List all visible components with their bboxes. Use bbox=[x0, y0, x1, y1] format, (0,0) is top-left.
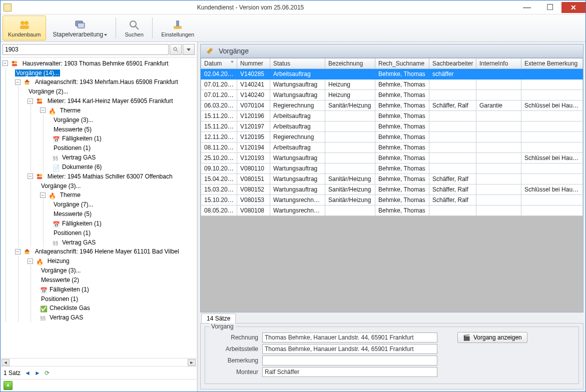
table-row[interactable]: 07.01.2015V140240WartungsauftragHeizungB… bbox=[201, 90, 583, 100]
tree-item[interactable]: Vertrag GAS bbox=[49, 314, 84, 321]
cell-intern[interactable] bbox=[476, 69, 521, 80]
tree-toggle[interactable]: − bbox=[15, 80, 21, 85]
customer-tree[interactable]: − Hausverwalter: 1903 Thomas Behmke 6590… bbox=[1, 57, 197, 358]
cell-intern[interactable] bbox=[476, 164, 521, 174]
cell-rech[interactable]: Behmke, Thomas bbox=[375, 100, 429, 111]
cell-nummer[interactable]: V120196 bbox=[237, 111, 270, 122]
cell-nummer[interactable]: V140285 bbox=[237, 69, 270, 80]
tree-mieter-1[interactable]: Mieter: 1944 Karl-Heinz Mayer 65905 Fran… bbox=[47, 98, 174, 104]
cell-bez[interactable]: Heizung bbox=[325, 80, 375, 90]
close-button[interactable]: ✕ bbox=[561, 2, 585, 13]
cell-intern[interactable] bbox=[476, 90, 521, 100]
cell-datum[interactable]: 25.10.2012 bbox=[201, 153, 237, 164]
cell-datum[interactable]: 07.01.2015 bbox=[201, 80, 237, 90]
toolbar-suchen[interactable]: Suchen bbox=[119, 16, 149, 40]
minimize-button[interactable]: — bbox=[515, 2, 538, 13]
cell-bez[interactable]: Sanitär/Heizung bbox=[325, 174, 375, 184]
cell-bez[interactable] bbox=[325, 153, 375, 164]
cell-intern[interactable] bbox=[476, 184, 521, 195]
table-row[interactable]: 09.10.2012V080110WartungsauftragBehmke, … bbox=[201, 164, 583, 174]
cell-ext[interactable] bbox=[521, 142, 583, 153]
cell-sach[interactable]: Schäffer, Ralf bbox=[429, 184, 476, 195]
cell-ext[interactable]: Schlüssel bei Hausmeister abholen bbox=[521, 184, 583, 195]
cell-datum[interactable]: 08.05.2008 bbox=[201, 206, 237, 216]
cell-sach[interactable]: schäffer bbox=[429, 69, 476, 80]
cell-bez[interactable]: Sanitär/Heizung bbox=[325, 195, 375, 206]
cell-bez[interactable] bbox=[325, 206, 375, 216]
cell-sach[interactable] bbox=[429, 164, 476, 174]
input-bemerkung[interactable] bbox=[262, 356, 437, 366]
scroll-left-icon[interactable]: ◄ bbox=[2, 359, 10, 366]
cell-rech[interactable]: Behmke, Thomas bbox=[375, 90, 429, 100]
tree-item[interactable]: Positionen (1) bbox=[53, 144, 92, 152]
tree-toggle[interactable]: − bbox=[15, 249, 21, 254]
cell-intern[interactable] bbox=[476, 174, 521, 184]
cell-nummer[interactable]: V140240 bbox=[237, 90, 270, 100]
cell-status[interactable]: Arbeitsauftrag bbox=[270, 122, 325, 132]
show-vorgang-button[interactable]: 🎬 Vorgang anzeigen bbox=[457, 332, 527, 343]
cell-bez[interactable] bbox=[325, 142, 375, 153]
cell-rech[interactable]: Behmke, Thomas bbox=[375, 122, 429, 132]
nav-prev[interactable]: ◄ bbox=[25, 370, 31, 376]
cell-rech[interactable]: Behmke, Thomas bbox=[375, 174, 429, 184]
cell-bez[interactable] bbox=[325, 164, 375, 174]
cell-intern[interactable] bbox=[476, 195, 521, 206]
cell-datum[interactable]: 08.11.2012 bbox=[201, 142, 237, 153]
cell-status[interactable]: Wartungsrechnung bbox=[270, 206, 325, 216]
col-datum[interactable]: Datum bbox=[201, 58, 237, 69]
col-sach[interactable]: Sachbearbeiter bbox=[429, 58, 476, 69]
toolbar-stapel[interactable]: Stapelverarbeitung bbox=[47, 16, 113, 40]
cell-intern[interactable]: Garantie bbox=[476, 100, 521, 111]
toolbar-kundenbaum[interactable]: Kundenbaum bbox=[3, 16, 46, 40]
cell-ext[interactable] bbox=[521, 195, 583, 206]
tree-toggle[interactable]: − bbox=[40, 108, 46, 113]
cell-datum[interactable]: 15.10.2009 bbox=[201, 195, 237, 206]
tree-item[interactable]: Fälligkeiten (1) bbox=[61, 135, 103, 142]
table-row[interactable]: 12.11.2012V120195RegierechnungBehmke, Th… bbox=[201, 132, 583, 142]
cell-datum[interactable]: 15.11.2012 bbox=[201, 111, 237, 122]
col-nummer[interactable]: Nummer bbox=[237, 58, 270, 69]
col-status[interactable]: Status bbox=[270, 58, 325, 69]
cell-status[interactable]: Wartungsauftrag bbox=[270, 80, 325, 90]
cell-nummer[interactable]: V120193 bbox=[237, 153, 270, 164]
table-row[interactable]: 15.03.2012V080152WartungsauftragSanitär/… bbox=[201, 184, 583, 195]
input-monteur[interactable] bbox=[262, 367, 437, 377]
data-grid[interactable]: Datum Nummer Status Bezeichnung Rech_Suc… bbox=[200, 58, 583, 312]
cell-intern[interactable] bbox=[476, 142, 521, 153]
scroll-right-icon[interactable]: ► bbox=[188, 359, 196, 366]
search-input[interactable] bbox=[3, 44, 169, 55]
cell-sach[interactable] bbox=[429, 111, 476, 122]
input-arbeitsstelle[interactable] bbox=[262, 344, 437, 354]
col-intern[interactable]: InterneInfo bbox=[476, 58, 521, 69]
search-dropdown[interactable] bbox=[183, 44, 195, 55]
cell-bez[interactable] bbox=[325, 122, 375, 132]
cell-intern[interactable] bbox=[476, 153, 521, 164]
add-button[interactable]: + bbox=[4, 381, 13, 390]
cell-intern[interactable] bbox=[476, 122, 521, 132]
cell-ext[interactable] bbox=[521, 174, 583, 184]
col-ext[interactable]: Externe Bemerkung bbox=[521, 58, 583, 69]
tree-therme[interactable]: Therme bbox=[59, 192, 82, 198]
cell-ext[interactable] bbox=[521, 111, 583, 122]
cell-nummer[interactable]: V140241 bbox=[237, 80, 270, 90]
tree-item[interactable]: Messwerte (5) bbox=[53, 210, 93, 218]
cell-status[interactable]: Arbeitsauftrag bbox=[270, 111, 325, 122]
cell-nummer[interactable]: V120194 bbox=[237, 142, 270, 153]
cell-bez[interactable]: Sanitär/Heizung bbox=[325, 184, 375, 195]
cell-nummer[interactable]: V070104 bbox=[237, 100, 270, 111]
nav-next[interactable]: ► bbox=[35, 370, 41, 376]
cell-status[interactable]: Arbeitsauftrag bbox=[270, 142, 325, 153]
cell-rech[interactable]: Behmke, Thomas bbox=[375, 153, 429, 164]
tree-item[interactable]: Messwerte (2) bbox=[40, 276, 80, 284]
table-row[interactable]: 15.10.2009V080153WartungsrechnungSanitär… bbox=[201, 195, 583, 206]
cell-status[interactable]: Wartungsauftrag bbox=[270, 174, 325, 184]
cell-bez[interactable] bbox=[325, 132, 375, 142]
cell-rech[interactable]: Behmke, Thomas bbox=[375, 111, 429, 122]
tree-item[interactable]: Vorgänge (7)... bbox=[53, 201, 94, 208]
cell-nummer[interactable]: V080151 bbox=[237, 174, 270, 184]
cell-sach[interactable] bbox=[429, 142, 476, 153]
cell-nummer[interactable]: V120197 bbox=[237, 122, 270, 132]
cell-nummer[interactable]: V080110 bbox=[237, 164, 270, 174]
tree-anlage-2[interactable]: Anlageanschrift: 1946 Helene Mayer 61101… bbox=[34, 248, 180, 255]
tree-mieter-2[interactable]: Mieter: 1945 Mathias Schiller 63007 Offe… bbox=[47, 173, 174, 180]
